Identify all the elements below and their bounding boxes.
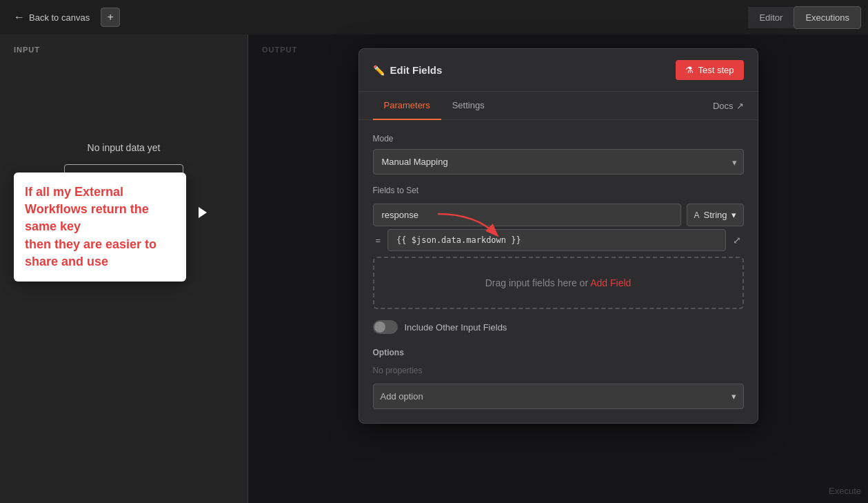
field-row-top: A String ▾ — [373, 204, 744, 226]
field-value-row: = ⤢ — [373, 229, 744, 251]
editor-button[interactable]: Editor — [748, 7, 794, 28]
tab-parameters[interactable]: Parameters — [373, 92, 441, 120]
callout-box: If all my External Workflows return the … — [14, 172, 186, 282]
back-label: Back to canvas — [29, 12, 90, 23]
drag-or-text: or — [580, 277, 588, 288]
docs-link[interactable]: Docs ↗ — [713, 101, 744, 111]
modal: ✏️ Edit Fields ⚗ Test step Parameters Se… — [359, 48, 758, 424]
input-label: INPUT — [0, 34, 248, 59]
top-bar-right: Editor Executions — [748, 6, 868, 29]
add-icon: + — [107, 11, 113, 23]
string-type-icon: A — [694, 210, 700, 220]
pencil-icon: ✏️ — [373, 65, 385, 76]
tab-settings[interactable]: Settings — [441, 92, 496, 120]
options-label: Options — [373, 348, 744, 357]
no-properties-text: No properties — [373, 366, 744, 375]
add-field-link[interactable]: Add Field — [590, 277, 631, 288]
expand-icon[interactable]: ⤢ — [730, 232, 744, 248]
add-node-button[interactable]: + — [101, 8, 120, 27]
add-option-arrow-icon: ▾ — [731, 391, 736, 402]
external-link-icon: ↗ — [736, 101, 744, 111]
executions-button[interactable]: Executions — [794, 6, 861, 29]
fields-to-set-label: Fields to Set — [373, 186, 744, 195]
type-select-arrow-icon: ▾ — [731, 210, 736, 220]
field-type-label: String — [704, 210, 727, 220]
toggle-row: Include Other Input Fields — [373, 320, 744, 334]
modal-overlay: ✏️ Edit Fields ⚗ Test step Parameters Se… — [248, 34, 868, 503]
mode-select-wrapper: Manual Mapping ▾ — [373, 149, 744, 175]
mode-label: Mode — [373, 134, 744, 144]
field-value-input[interactable] — [387, 229, 725, 251]
equals-sign: = — [373, 235, 384, 246]
mode-select[interactable]: Manual Mapping — [373, 149, 744, 175]
callout-text: If all my External Workflows return the … — [25, 184, 175, 270]
test-step-button[interactable]: ⚗ Test step — [676, 60, 743, 80]
field-name-input[interactable] — [373, 204, 681, 226]
main-layout: INPUT If all my External Workflows retur… — [0, 34, 868, 503]
top-bar: ← Back to canvas + Editor Executions — [0, 0, 868, 34]
no-input-title: No input data yet — [0, 142, 248, 153]
left-panel: INPUT If all my External Workflows retur… — [0, 34, 248, 503]
docs-label: Docs — [713, 101, 734, 111]
tabs-container: Parameters Settings — [373, 92, 496, 119]
flask-icon: ⚗ — [685, 65, 694, 75]
back-button[interactable]: ← Back to canvas — [7, 7, 97, 28]
field-type-select[interactable]: A String ▾ — [687, 204, 744, 226]
modal-header: ✏️ Edit Fields ⚗ Test step — [359, 49, 758, 92]
field-row: A String ▾ = ⤢ — [373, 204, 744, 251]
test-step-label: Test step — [698, 65, 734, 75]
drag-text: Drag input fields here — [485, 277, 577, 288]
modal-title: ✏️ Edit Fields — [373, 64, 443, 76]
options-section: Options No properties Add option ▾ — [373, 348, 744, 409]
back-arrow-icon: ← — [14, 11, 25, 23]
modal-tabs: Parameters Settings Docs ↗ — [359, 92, 758, 120]
drag-area: Drag input fields here or Add Field — [373, 257, 744, 309]
modal-body: Mode Manual Mapping ▾ Fields to Set A — [359, 120, 758, 423]
toggle-knob — [374, 322, 385, 333]
modal-title-text: Edit Fields — [390, 64, 443, 76]
add-option-label: Add option — [381, 391, 423, 402]
include-other-label: Include Other Input Fields — [405, 322, 507, 333]
include-other-toggle[interactable] — [373, 320, 398, 334]
add-option-button[interactable]: Add option ▾ — [373, 384, 744, 409]
